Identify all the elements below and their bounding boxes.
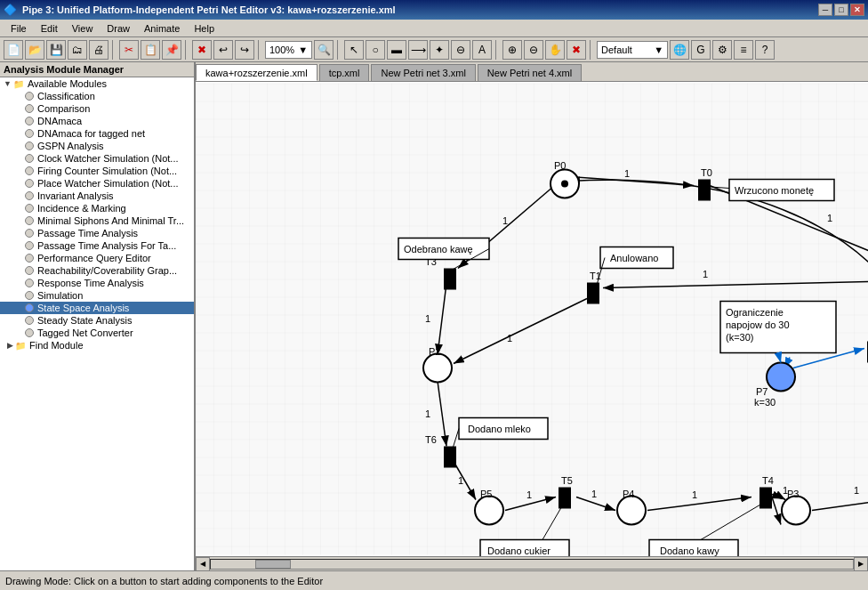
tb-token[interactable]: ✦ — [430, 40, 449, 60]
sep2 — [185, 40, 189, 60]
tb-btn-extra4[interactable]: ≡ — [734, 40, 753, 60]
tree-item-incidence[interactable]: Incidence & Marking — [0, 202, 194, 214]
tb-btn6[interactable]: ✂ — [119, 40, 139, 60]
tab-tcp[interactable]: tcp.xml — [319, 64, 370, 81]
tree-item-comparison[interactable]: Comparison — [0, 102, 194, 115]
tree-item-find-module[interactable]: ▶ 📁 Find Module — [0, 339, 194, 352]
svg-text:P0: P0 — [554, 160, 566, 171]
svg-text:napojow do 30: napojow do 30 — [726, 319, 790, 330]
menu-animate[interactable]: Animate — [137, 21, 187, 36]
tb-btn8[interactable]: 📌 — [162, 40, 181, 60]
tb-inhibit[interactable]: ⊖ — [451, 40, 470, 60]
maximize-button[interactable]: □ — [834, 4, 848, 16]
transition-T1[interactable] — [587, 283, 599, 304]
svg-text:P7: P7 — [756, 386, 768, 397]
tab-new3[interactable]: New Petri net 3.xml — [371, 64, 475, 81]
tree-item-invariant[interactable]: Invariant Analysis — [0, 190, 194, 202]
transition-T5[interactable] — [559, 488, 571, 509]
zoom-value: 100% — [269, 44, 294, 55]
tb-btn-extra1[interactable]: 🌐 — [670, 40, 689, 60]
tb-transition[interactable]: ▬ — [387, 40, 406, 60]
tb-btn-extra2[interactable]: G — [691, 40, 711, 60]
find-module-expand-icon: ▶ — [7, 341, 13, 350]
tree-item-steady-state[interactable]: Steady State Analysis — [0, 314, 194, 327]
close-button[interactable]: ✕ — [850, 4, 864, 16]
tab-kawa[interactable]: kawa+rozszerzenie.xml — [196, 64, 317, 81]
tree-item-minimal-siphons[interactable]: Minimal Siphons And Minimal Tr... — [0, 214, 194, 227]
tb-btn9[interactable]: ✖ — [192, 40, 212, 60]
tree-item-gspn[interactable]: GSPN Analysis — [0, 140, 194, 152]
save-button[interactable]: 💾 — [46, 40, 66, 60]
tab-new4[interactable]: New Petri net 4.xml — [478, 64, 582, 81]
open-button[interactable]: 📂 — [25, 40, 44, 60]
tree-item-place-watcher[interactable]: Place Watcher Simulation (Not... — [0, 177, 194, 190]
scroll-left-button[interactable]: ◀ — [196, 557, 210, 571]
menu-view[interactable]: View — [65, 21, 100, 36]
tb-cross[interactable]: ✖ — [567, 40, 586, 60]
tb-btn7[interactable]: 📋 — [141, 40, 160, 60]
tree-item-state-space[interactable]: State Space Analysis — [0, 302, 194, 314]
tree-item-firing-counter[interactable]: Firing Counter Simulation (Not... — [0, 165, 194, 177]
tree-item-tagged-net[interactable]: Tagged Net Converter — [0, 327, 194, 339]
tb-btn5[interactable]: 🖨 — [89, 40, 108, 60]
token-P0 — [561, 181, 568, 188]
transition-T0[interactable] — [698, 180, 711, 201]
place-P2[interactable] — [423, 354, 452, 383]
tb-btn-extra5[interactable]: ? — [755, 40, 775, 60]
tb-zoomfit[interactable]: 🔍 — [314, 40, 334, 60]
tb-zoomin[interactable]: ⊕ — [502, 40, 522, 60]
tb-place[interactable]: ○ — [366, 40, 385, 60]
scroll-right-button[interactable]: ▶ — [854, 557, 868, 571]
menu-edit[interactable]: Edit — [34, 21, 65, 36]
tb-arc[interactable]: ⟶ — [408, 40, 428, 60]
transition-T3[interactable] — [444, 269, 456, 290]
svg-text:1: 1 — [507, 333, 512, 343]
scroll-thumb[interactable] — [255, 560, 291, 569]
app-icon: 🔷 — [4, 4, 17, 16]
tree-item-clock-watcher[interactable]: Clock Watcher Simulation (Not... — [0, 152, 194, 165]
svg-text:T4: T4 — [762, 475, 774, 486]
tb-text[interactable]: A — [472, 40, 492, 60]
tree-item-classification[interactable]: Classification — [0, 90, 194, 102]
place-P3[interactable] — [782, 497, 810, 525]
redo-button[interactable]: ↪ — [235, 40, 254, 60]
tree-root[interactable]: ▼ 📁 Available Modules — [0, 77, 194, 90]
menu-file[interactable]: File — [4, 21, 34, 36]
bullet-passage-time-for — [25, 241, 34, 250]
undo-button[interactable]: ↩ — [213, 40, 233, 60]
tree-item-dnamaca[interactable]: DNAmaca — [0, 115, 194, 127]
place-P7[interactable] — [767, 363, 795, 392]
left-panel: Analysis Module Manager ▼ 📁 Available Mo… — [0, 62, 196, 570]
net-type-dropdown-icon[interactable]: ▼ — [654, 44, 663, 55]
menu-help[interactable]: Help — [187, 21, 221, 36]
tree-item-response-time[interactable]: Response Time Analysis — [0, 277, 194, 289]
tree-item-performance-query[interactable]: Performance Query Editor — [0, 252, 194, 264]
scroll-track[interactable] — [210, 559, 854, 570]
tree-item-reachability[interactable]: Reachability/Coverability Grap... — [0, 264, 194, 277]
transition-T4[interactable] — [760, 488, 772, 509]
tb-select[interactable]: ↖ — [344, 40, 364, 60]
menu-draw[interactable]: Draw — [100, 21, 137, 36]
tree-item-passage-time-for[interactable]: Passage Time Analysis For Ta... — [0, 239, 194, 252]
tree-item-simulation[interactable]: Simulation — [0, 289, 194, 302]
tb-btn-extra3[interactable]: ⚙ — [712, 40, 732, 60]
place-P5[interactable] — [475, 497, 503, 525]
bullet-comparison — [25, 104, 34, 113]
canvas-area[interactable]: 1 1 1 1 1 1 1 — [196, 82, 868, 556]
minimize-button[interactable]: ─ — [818, 4, 832, 16]
horizontal-scrollbar[interactable]: ◀ ▶ — [196, 556, 868, 570]
zoom-dropdown-icon[interactable]: ▼ — [298, 44, 308, 55]
zoom-control[interactable]: 100% ▼ — [265, 41, 312, 59]
new-button[interactable]: 📄 — [4, 40, 23, 60]
tree-item-passage-time[interactable]: Passage Time Analysis — [0, 227, 194, 239]
bullet-invariant — [25, 191, 34, 200]
bullet-gspn — [25, 141, 34, 150]
net-type-dropdown[interactable]: Default ▼ — [597, 41, 668, 59]
tb-zoomout[interactable]: ⊖ — [524, 40, 543, 60]
tb-btn4[interactable]: 🗂 — [68, 40, 87, 60]
status-text: Drawing Mode: Click on a button to start… — [5, 576, 323, 586]
tree-item-dnamaca-tagged[interactable]: DNAmaca for tagged net — [0, 127, 194, 140]
place-P4[interactable] — [617, 497, 646, 525]
tree-root-label: Analysis Module Manager — [4, 64, 124, 75]
tb-hand[interactable]: ✋ — [545, 40, 565, 60]
